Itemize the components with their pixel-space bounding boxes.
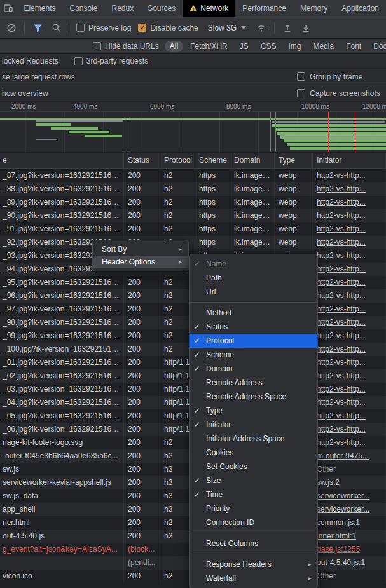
column-header-scheme[interactable]: Scheme bbox=[195, 153, 230, 168]
request-row[interactable]: _88.jpg?ik-version=1632921516153200h2htt… bbox=[0, 182, 386, 196]
menu-item-reset-columns[interactable]: Reset Columns bbox=[190, 537, 317, 550]
menu-item-set-cookies[interactable]: Set Cookies bbox=[190, 460, 317, 474]
initiator-link[interactable]: http2-vs-http... bbox=[317, 398, 366, 407]
filter-type-img[interactable]: Img bbox=[283, 41, 306, 52]
initiator-link[interactable]: m-outer-9475... bbox=[317, 451, 369, 460]
initiator-link[interactable]: http2-vs-http... bbox=[317, 264, 366, 273]
tab-memory[interactable]: Memory bbox=[293, 0, 334, 17]
menu-item-initiator-address-space[interactable]: Initiator Address Space bbox=[190, 432, 317, 446]
tab-elements[interactable]: Elements bbox=[17, 0, 62, 17]
initiator-link[interactable]: serviceworker... bbox=[317, 505, 369, 514]
filter-type-font[interactable]: Font bbox=[341, 41, 366, 52]
initiator-link[interactable]: out-4.5.40.js:1 bbox=[317, 558, 365, 567]
initiator-link[interactable]: http2-vs-http... bbox=[317, 198, 366, 207]
initiator-link[interactable]: http2-vs-http... bbox=[317, 184, 366, 193]
preserve-log-checkbox[interactable] bbox=[76, 24, 85, 32]
import-har-icon[interactable] bbox=[282, 22, 293, 34]
menu-item-connection-id[interactable]: Connection ID bbox=[190, 516, 317, 530]
column-header-domain[interactable]: Domain bbox=[230, 153, 275, 168]
initiator-link[interactable]: serviceworker... bbox=[317, 491, 369, 500]
network-overview[interactable]: 2000 ms4000 ms6000 ms8000 ms10000 ms1200… bbox=[0, 102, 386, 153]
initiator-link[interactable]: http2-vs-http... bbox=[317, 358, 366, 367]
initiator-link[interactable]: http2-vs-http... bbox=[317, 171, 366, 180]
menu-item-remote-address[interactable]: Remote Address bbox=[190, 376, 317, 390]
tab-network[interactable]: !Network bbox=[183, 0, 235, 17]
menu-item-method[interactable]: Method bbox=[190, 306, 317, 320]
third-party-label[interactable]: 3rd-party requests bbox=[86, 57, 148, 65]
clear-icon[interactable] bbox=[6, 22, 17, 34]
throttling-select[interactable]: Slow 3G bbox=[205, 22, 249, 34]
initiator-link[interactable]: http2-vs-http... bbox=[317, 411, 366, 420]
menu-item-remote-address-space[interactable]: Remote Address Space bbox=[190, 390, 317, 404]
request-row[interactable]: _92.jpg?ik-version=1632921516153200h2htt… bbox=[0, 236, 386, 249]
filter-type-js[interactable]: JS bbox=[235, 41, 254, 52]
initiator-link[interactable]: http2-vs-http... bbox=[317, 304, 366, 313]
preserve-log-label[interactable]: Preserve log bbox=[88, 24, 131, 32]
menu-item-type[interactable]: ✓Type bbox=[190, 404, 317, 418]
menu-item-size[interactable]: ✓Size bbox=[190, 474, 317, 488]
initiator-link[interactable]: sw.js:2 bbox=[317, 478, 340, 487]
initiator-link[interactable]: http2-vs-http... bbox=[317, 251, 366, 260]
initiator-link[interactable]: http2-vs-http... bbox=[317, 238, 366, 247]
request-row[interactable]: _90.jpg?ik-version=1632921516153200h2htt… bbox=[0, 209, 386, 222]
initiator-link[interactable]: base.js:1255 bbox=[317, 545, 360, 554]
tab-redux[interactable]: Redux bbox=[105, 0, 141, 17]
blocked-requests-label[interactable]: locked Requests bbox=[2, 57, 59, 65]
filter-icon[interactable] bbox=[32, 22, 43, 34]
search-icon[interactable] bbox=[50, 22, 62, 34]
menu-item-url[interactable]: Url bbox=[190, 285, 317, 299]
menu-item-header-options[interactable]: Header Options▸ bbox=[93, 256, 188, 268]
menu-item-sort-by[interactable]: Sort By▸ bbox=[93, 243, 188, 256]
filter-type-doc[interactable]: Doc bbox=[368, 41, 386, 52]
group-by-frame-label[interactable]: Group by frame bbox=[310, 72, 362, 81]
menu-item-response-headers[interactable]: Response Headers▸ bbox=[190, 557, 317, 571]
request-row[interactable]: _91.jpg?ik-version=1632921516153200h2htt… bbox=[0, 222, 386, 236]
capture-screenshots-checkbox[interactable] bbox=[297, 89, 305, 97]
disable-cache-label[interactable]: Disable cache bbox=[150, 24, 198, 32]
hide-data-urls-label[interactable]: Hide data URLs bbox=[105, 42, 159, 51]
menu-item-waterfall[interactable]: Waterfall▸ bbox=[190, 571, 317, 585]
tab-performance[interactable]: Performance bbox=[235, 0, 293, 17]
network-conditions-icon[interactable] bbox=[256, 22, 267, 34]
tab-sources[interactable]: Sources bbox=[141, 0, 183, 17]
initiator-link[interactable]: http2-vs-http... bbox=[317, 371, 366, 380]
device-toolbar-icon[interactable] bbox=[0, 0, 17, 17]
menu-item-scheme[interactable]: ✓Scheme bbox=[190, 348, 317, 362]
large-request-rows-label[interactable]: se large request rows bbox=[2, 72, 75, 81]
initiator-link[interactable]: http2-vs-http... bbox=[317, 291, 366, 300]
request-row[interactable]: _87.jpg?ik-version=1632921516153200h2htt… bbox=[0, 169, 386, 182]
initiator-link[interactable]: common.js:1 bbox=[317, 518, 360, 527]
group-by-frame-checkbox[interactable] bbox=[297, 72, 305, 81]
menu-item-path[interactable]: Path bbox=[190, 271, 317, 285]
initiator-link[interactable]: inner.html:1 bbox=[317, 531, 356, 540]
menu-item-name[interactable]: ✓Name bbox=[190, 257, 317, 271]
filter-type-all[interactable]: All bbox=[165, 41, 183, 52]
third-party-checkbox[interactable] bbox=[74, 57, 83, 65]
filter-type-media[interactable]: Media bbox=[308, 41, 339, 52]
column-header-status[interactable]: Status bbox=[124, 153, 160, 168]
column-header-protocol[interactable]: Protocol bbox=[160, 153, 195, 168]
menu-item-time[interactable]: ✓Time bbox=[190, 488, 317, 502]
initiator-link[interactable]: http2-vs-http... bbox=[317, 278, 366, 287]
menu-item-initiator[interactable]: ✓Initiator bbox=[190, 418, 317, 432]
menu-item-cookies[interactable]: Cookies bbox=[190, 446, 317, 460]
export-har-icon[interactable] bbox=[300, 22, 312, 34]
initiator-link[interactable]: http2-vs-http... bbox=[317, 318, 366, 327]
disable-cache-checkbox[interactable]: ✓ bbox=[138, 24, 146, 32]
tab-console[interactable]: Console bbox=[62, 0, 104, 17]
initiator-link[interactable]: http2-vs-http... bbox=[317, 331, 366, 340]
initiator-link[interactable]: http2-vs-http... bbox=[317, 425, 366, 434]
hide-data-urls-checkbox[interactable] bbox=[93, 42, 101, 50]
column-header-initiator[interactable]: Initiator bbox=[313, 153, 386, 168]
column-header-type[interactable]: Type bbox=[275, 153, 313, 168]
initiator-link[interactable]: http2-vs-http... bbox=[317, 211, 366, 220]
initiator-link[interactable]: http2-vs-http... bbox=[317, 438, 366, 447]
filter-type-css[interactable]: CSS bbox=[256, 41, 282, 52]
filter-type-fetch-xhr[interactable]: Fetch/XHR bbox=[185, 41, 233, 52]
show-overview-label[interactable]: how overview bbox=[2, 89, 48, 98]
initiator-link[interactable]: http2-vs-http... bbox=[317, 345, 366, 353]
capture-screenshots-label[interactable]: Capture screenshots bbox=[310, 89, 380, 98]
tab-application[interactable]: Application bbox=[334, 0, 386, 17]
menu-item-priority[interactable]: Priority bbox=[190, 502, 317, 516]
initiator-link[interactable]: http2-vs-http... bbox=[317, 385, 366, 393]
